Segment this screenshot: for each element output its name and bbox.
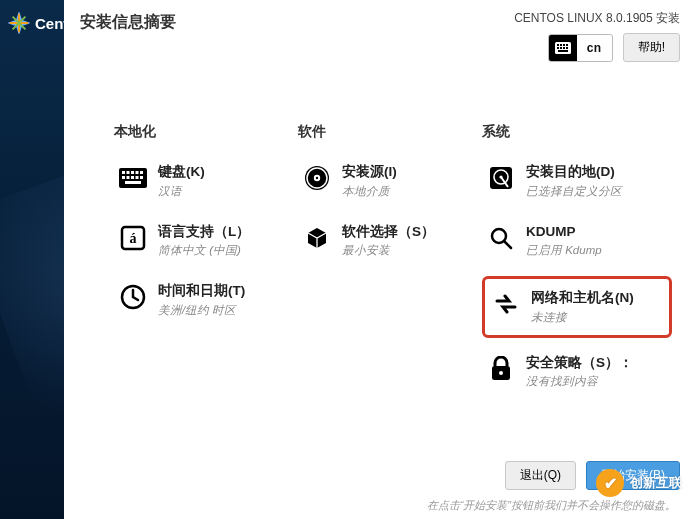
keyboard-icon (118, 163, 148, 193)
category-title: 本地化 (114, 123, 284, 141)
disc-icon (302, 163, 332, 193)
spoke-status: 已启用 Kdump (526, 242, 602, 258)
svg-rect-13 (131, 171, 134, 174)
lock-icon (486, 354, 516, 384)
svg-rect-4 (566, 44, 568, 46)
spoke-title: KDUMP (526, 223, 602, 241)
package-icon (302, 223, 332, 253)
svg-rect-7 (563, 47, 565, 49)
svg-rect-20 (140, 176, 143, 179)
main-panel: 安装信息摘要 CENTOS LINUX 8.0.1905 安装 cn 帮助! (64, 0, 692, 519)
spoke-title: 语言支持（L） (158, 223, 250, 241)
svg-rect-12 (127, 171, 130, 174)
spoke-software-selection[interactable]: 软件选择（S） 最小安装 (298, 217, 468, 265)
sidebar: CentOS (0, 0, 64, 519)
spoke-status: 最小安装 (342, 242, 435, 258)
svg-rect-5 (557, 47, 559, 49)
search-icon (486, 223, 516, 253)
release-label: CENTOS LINUX 8.0.1905 安装 (514, 10, 680, 27)
spoke-security-policy[interactable]: 安全策略（S）： 没有找到内容 (482, 348, 672, 396)
svg-point-28 (316, 177, 318, 179)
spoke-status: 本地介质 (342, 183, 397, 199)
keyboard-indicator[interactable]: cn (548, 34, 613, 62)
spoke-title: 安装目的地(D) (526, 163, 622, 181)
svg-rect-8 (566, 47, 568, 49)
spoke-kdump[interactable]: KDUMP 已启用 Kdump (482, 217, 672, 265)
spoke-title: 安装源(I) (342, 163, 397, 181)
help-button[interactable]: 帮助! (623, 33, 680, 62)
spoke-title: 网络和主机名(N) (531, 289, 634, 307)
content: 本地化 键盘(K) 汉语 á (64, 68, 692, 455)
svg-rect-14 (136, 171, 139, 174)
spoke-keyboard[interactable]: 键盘(K) 汉语 (114, 157, 284, 205)
footer-hint: 在点击“开始安装”按钮前我们并不会操作您的磁盘。 (427, 498, 680, 513)
category-software: 软件 安装源(I) 本地介质 (298, 123, 468, 408)
svg-rect-9 (558, 50, 568, 52)
category-system: 系统 安装目的地(D) 已选择自定义分区 (482, 123, 672, 408)
svg-rect-16 (122, 176, 125, 179)
spoke-title: 时间和日期(T) (158, 282, 245, 300)
spoke-installation-source[interactable]: 安装源(I) 本地介质 (298, 157, 468, 205)
begin-install-button[interactable]: 开始安装(B) (586, 461, 680, 490)
topbar: 安装信息摘要 CENTOS LINUX 8.0.1905 安装 cn 帮助! (64, 0, 692, 68)
keyboard-layout: cn (577, 41, 612, 55)
svg-rect-2 (560, 44, 562, 46)
spoke-network-hostname[interactable]: 网络和主机名(N) 未连接 (482, 276, 672, 338)
svg-text:á: á (130, 231, 137, 246)
category-title: 系统 (482, 123, 672, 141)
spoke-status: 简体中文 (中国) (158, 242, 250, 258)
spoke-language-support[interactable]: á 语言支持（L） 简体中文 (中国) (114, 217, 284, 265)
svg-rect-6 (560, 47, 562, 49)
quit-button[interactable]: 退出(Q) (505, 461, 576, 490)
spoke-status: 汉语 (158, 183, 205, 199)
brand-text: CentOS (35, 15, 64, 32)
centos-logo-icon (8, 12, 30, 34)
spoke-status: 已选择自定义分区 (526, 183, 622, 199)
harddisk-icon (486, 163, 516, 193)
spoke-datetime[interactable]: 时间和日期(T) 美洲/纽约 时区 (114, 276, 284, 324)
spoke-install-destination[interactable]: 安装目的地(D) 已选择自定义分区 (482, 157, 672, 205)
language-icon: á (118, 223, 148, 253)
spoke-status: 美洲/纽约 时区 (158, 302, 245, 318)
category-title: 软件 (298, 123, 468, 141)
spoke-status: 没有找到内容 (526, 373, 633, 389)
svg-rect-19 (136, 176, 139, 179)
svg-rect-18 (131, 176, 134, 179)
svg-rect-1 (557, 44, 559, 46)
svg-rect-3 (563, 44, 565, 46)
spoke-title: 键盘(K) (158, 163, 205, 181)
svg-point-34 (499, 371, 503, 375)
spoke-status: 未连接 (531, 309, 634, 325)
spoke-title: 安全策略（S）： (526, 354, 633, 372)
category-localization: 本地化 键盘(K) 汉语 á (114, 123, 284, 408)
brand: CentOS (0, 0, 64, 34)
spoke-title: 软件选择（S） (342, 223, 435, 241)
footer: 退出(Q) 开始安装(B) 在点击“开始安装”按钮前我们并不会操作您的磁盘。 (64, 455, 692, 519)
network-icon (491, 289, 521, 319)
page-title: 安装信息摘要 (80, 10, 176, 62)
svg-rect-11 (122, 171, 125, 174)
svg-rect-21 (125, 181, 141, 184)
svg-rect-15 (140, 171, 143, 174)
keyboard-icon (549, 35, 577, 61)
clock-icon (118, 282, 148, 312)
svg-rect-17 (127, 176, 130, 179)
